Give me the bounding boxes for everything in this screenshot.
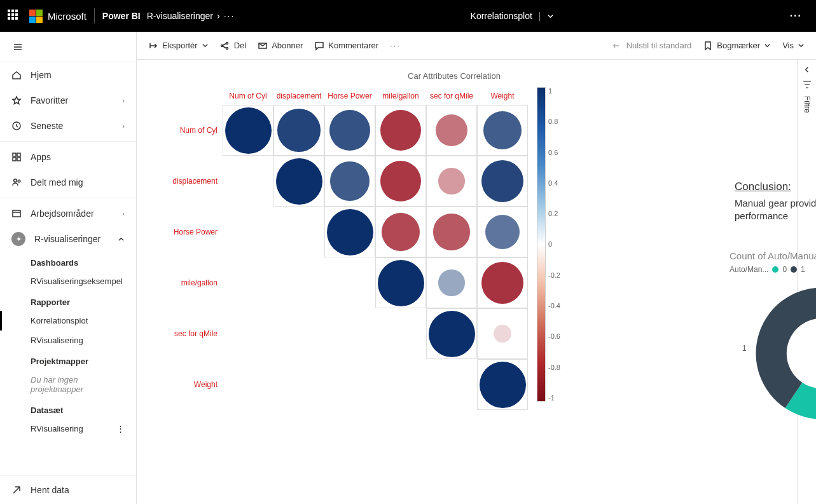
matrix-cell[interactable]: [426, 257, 477, 308]
workspace-content-list[interactable]: Dashboards RVisualiseringseksempel Rappo…: [0, 252, 136, 475]
more-icon[interactable]: ···: [390, 41, 401, 50]
report-title[interactable]: Korrelationsplot: [471, 11, 532, 21]
product-name[interactable]: Power BI: [102, 11, 141, 21]
matrix-cell[interactable]: [426, 207, 477, 257]
report-item[interactable]: RVisualisering: [0, 330, 136, 350]
nav-shared[interactable]: Delt med mig: [0, 170, 136, 195]
undo-icon: [612, 41, 623, 51]
correlation-circle: [481, 262, 523, 304]
item-label: RVisualiseringseksempel: [31, 276, 123, 286]
matrix-cell[interactable]: [426, 308, 477, 359]
chevron-down-icon[interactable]: [547, 13, 554, 20]
nav-label: Hjem: [31, 70, 52, 80]
app-launcher-icon[interactable]: [8, 10, 20, 22]
correlation-circle: [494, 325, 511, 342]
matrix-cell[interactable]: [273, 105, 324, 156]
correlation-circle: [485, 215, 520, 249]
report-item-active[interactable]: Korrelationsplot: [0, 311, 136, 330]
tick-label: 0.6: [548, 149, 560, 156]
breadcrumb-label: R-visualiseringer: [147, 11, 213, 21]
current-workspace[interactable]: ✦ R-visualiseringer: [0, 226, 136, 252]
tick-label: -0.2: [548, 271, 560, 279]
colorbar: 10.80.60.40.20-0.2-0.4-0.6-0.8-1: [537, 87, 560, 402]
chevron-down-icon: [764, 42, 771, 49]
matrix-cell[interactable]: [375, 207, 426, 257]
get-data-icon: [11, 485, 22, 495]
matrix-cell[interactable]: [477, 359, 528, 410]
get-data-label: Hent data: [31, 485, 69, 495]
legend-swatch-1: [791, 266, 797, 273]
divider: [94, 8, 95, 24]
matrix-cell[interactable]: [477, 156, 528, 207]
matrix-cell[interactable]: [375, 156, 426, 207]
get-data-button[interactable]: Hent data: [0, 475, 136, 504]
more-icon[interactable]: ···: [224, 11, 235, 21]
donut-chart[interactable]: Count of Auto/Manual Auto/Man... 0 1 0 1: [730, 250, 816, 429]
matrix-cell[interactable]: [477, 257, 528, 308]
chevron-right-icon: ›: [122, 210, 125, 217]
matrix-cell[interactable]: [426, 156, 477, 207]
nav-apps[interactable]: Apps: [0, 144, 136, 170]
matrix-cell[interactable]: [477, 105, 528, 156]
breadcrumb[interactable]: R-visualiseringer › ···: [147, 11, 235, 21]
correlation-circle: [436, 114, 467, 146]
matrix-cell[interactable]: [223, 105, 273, 156]
home-icon: [11, 70, 22, 80]
tick-label: -1: [548, 394, 560, 402]
matrix-cell[interactable]: [375, 257, 426, 308]
top-app-bar: Microsoft Power BI R-visualiseringer › ·…: [0, 0, 816, 32]
item-label: RVisualisering: [31, 336, 83, 345]
brand: Microsoft: [29, 10, 86, 23]
correlation-circle: [382, 213, 420, 252]
section-workbooks: Projektmapper: [0, 350, 136, 370]
item-label: Korrelationsplot: [31, 316, 88, 325]
btn-label: Abonner: [272, 41, 303, 50]
matrix-cell[interactable]: [273, 156, 324, 207]
dataset-item[interactable]: RVisualisering ⋮: [0, 419, 136, 439]
chevron-left-icon[interactable]: [803, 66, 810, 73]
more-options-button[interactable]: ···: [790, 10, 808, 22]
item-more-icon[interactable]: ⋮: [116, 424, 125, 433]
item-label: Du har ingen projektmapper: [31, 375, 125, 394]
correlation-circle: [483, 111, 522, 150]
matrix-cell[interactable]: [426, 105, 477, 156]
matrix-cell[interactable]: [324, 105, 375, 156]
matrix-cell[interactable]: [375, 105, 426, 156]
svg-rect-4: [17, 158, 20, 161]
nav-label: Seneste: [31, 121, 63, 131]
bookmarks-button[interactable]: Bogmærker: [703, 41, 771, 51]
matrix-cell[interactable]: [324, 207, 375, 257]
dashboard-item[interactable]: RVisualiseringseksempel: [0, 271, 136, 291]
export-icon: [148, 41, 158, 51]
correlation-circle: [327, 209, 373, 255]
correlation-chart-title: Car Attributes Correlation: [137, 71, 797, 81]
workspace-name: R-visualiseringer: [34, 234, 100, 244]
view-button[interactable]: Vis: [782, 41, 805, 50]
correlation-circle: [380, 110, 422, 151]
nav-home[interactable]: Hjem: [0, 62, 136, 88]
main-area: Eksportér Del Abonner Kommentarer ··· Nu…: [137, 32, 816, 504]
matrix-cell[interactable]: [324, 156, 375, 207]
legend-value-1: 1: [801, 265, 805, 274]
nav-favorites[interactable]: Favoritter ›: [0, 88, 136, 113]
nav-recent[interactable]: Seneste ›: [0, 113, 136, 139]
correlation-matrix[interactable]: Num of CyldisplacementHorse Powermile/ga…: [162, 87, 528, 410]
nav-workspaces[interactable]: Arbejdsområder ›: [0, 201, 136, 226]
share-button[interactable]: Del: [220, 41, 247, 51]
conclusion-body: Manual gear provides better performance: [735, 197, 816, 222]
matrix-cell[interactable]: [477, 308, 528, 359]
svg-point-5: [14, 179, 17, 182]
matrix-cell[interactable]: [477, 207, 528, 257]
colorbar-gradient: [537, 87, 546, 402]
comments-button[interactable]: Kommentarer: [314, 41, 378, 51]
btn-label: Bogmærker: [717, 41, 760, 50]
report-canvas: Car Attributes Correlation Num of Cyldis…: [137, 60, 816, 504]
nav-collapse-button[interactable]: [0, 32, 136, 62]
export-button[interactable]: Eksportér: [148, 41, 209, 51]
row-header: Horse Power: [162, 207, 223, 257]
subscribe-button[interactable]: Abonner: [258, 41, 303, 51]
row-header: sec for qMile: [162, 308, 223, 359]
reset-button[interactable]: Nulstil til standard: [612, 41, 692, 51]
correlation-circle: [330, 161, 369, 200]
filter-icon: [802, 79, 812, 90]
